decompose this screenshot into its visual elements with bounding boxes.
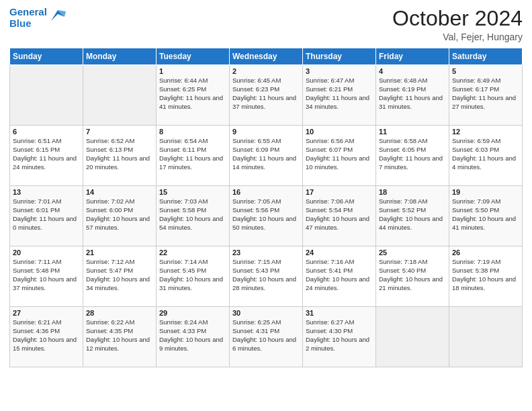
cell-sun-info: Sunrise: 7:09 AMSunset: 5:50 PMDaylight:… <box>452 197 519 232</box>
day-number: 24 <box>306 248 373 257</box>
cell-sun-info: Sunrise: 6:25 AMSunset: 4:31 PMDaylight:… <box>232 318 300 353</box>
day-number: 4 <box>379 67 446 75</box>
calendar-cell: 20Sunrise: 7:11 AMSunset: 5:48 PMDayligh… <box>10 246 83 307</box>
cell-sun-info: Sunrise: 6:22 AMSunset: 4:35 PMDaylight:… <box>86 318 153 353</box>
day-number: 13 <box>13 188 80 196</box>
day-number: 3 <box>306 67 373 75</box>
cell-sun-info: Sunrise: 6:51 AMSunset: 6:15 PMDaylight:… <box>13 137 80 171</box>
cell-sun-info: Sunrise: 6:44 AMSunset: 6:25 PMDaylight:… <box>159 77 226 111</box>
cell-sun-info: Sunrise: 6:56 AMSunset: 6:07 PMDaylight:… <box>306 137 373 171</box>
cell-sun-info: Sunrise: 7:19 AMSunset: 5:38 PMDaylight:… <box>452 258 519 292</box>
calendar-week-row: 1Sunrise: 6:44 AMSunset: 6:25 PMDaylight… <box>10 65 523 126</box>
cell-sun-info: Sunrise: 7:01 AMSunset: 6:01 PMDaylight:… <box>13 197 80 232</box>
month-title: October 2024 <box>392 7 523 30</box>
logo-text: General <box>9 7 47 18</box>
calendar-cell: 2Sunrise: 6:45 AMSunset: 6:23 PMDaylight… <box>230 65 303 126</box>
column-header-friday: Friday <box>376 48 449 65</box>
calendar-cell <box>83 65 157 126</box>
day-number: 6 <box>13 128 80 136</box>
day-number: 2 <box>232 67 300 75</box>
calendar-cell: 10Sunrise: 6:56 AMSunset: 6:07 PMDayligh… <box>303 126 376 186</box>
day-number: 27 <box>13 309 80 317</box>
cell-sun-info: Sunrise: 6:54 AMSunset: 6:11 PMDaylight:… <box>159 137 226 171</box>
cell-sun-info: Sunrise: 6:48 AMSunset: 6:19 PMDaylight:… <box>379 77 446 111</box>
day-number: 22 <box>159 248 226 257</box>
day-number: 23 <box>232 248 300 257</box>
cell-sun-info: Sunrise: 7:11 AMSunset: 5:48 PMDaylight:… <box>13 258 80 292</box>
logo-subtext: Blue <box>9 18 47 30</box>
day-number: 26 <box>452 248 519 257</box>
cell-sun-info: Sunrise: 6:47 AMSunset: 6:21 PMDaylight:… <box>306 77 373 111</box>
cell-sun-info: Sunrise: 6:58 AMSunset: 6:05 PMDaylight:… <box>379 137 446 171</box>
column-header-wednesday: Wednesday <box>230 48 303 65</box>
cell-sun-info: Sunrise: 6:55 AMSunset: 6:09 PMDaylight:… <box>232 137 300 171</box>
calendar-header-row: SundayMondayTuesdayWednesdayThursdayFrid… <box>10 48 523 65</box>
day-number: 17 <box>306 188 373 196</box>
calendar-cell: 5Sunrise: 6:49 AMSunset: 6:17 PMDaylight… <box>449 65 523 126</box>
calendar-cell: 8Sunrise: 6:54 AMSunset: 6:11 PMDaylight… <box>157 126 230 186</box>
day-number: 14 <box>86 188 153 196</box>
calendar-week-row: 6Sunrise: 6:51 AMSunset: 6:15 PMDaylight… <box>10 126 523 186</box>
day-number: 11 <box>379 128 446 136</box>
calendar-cell: 11Sunrise: 6:58 AMSunset: 6:05 PMDayligh… <box>376 126 449 186</box>
calendar-cell: 27Sunrise: 6:21 AMSunset: 4:36 PMDayligh… <box>10 307 83 367</box>
calendar-cell: 19Sunrise: 7:09 AMSunset: 5:50 PMDayligh… <box>449 186 523 246</box>
calendar-cell: 12Sunrise: 6:59 AMSunset: 6:03 PMDayligh… <box>449 126 523 186</box>
calendar-cell: 25Sunrise: 7:18 AMSunset: 5:40 PMDayligh… <box>376 246 449 307</box>
cell-sun-info: Sunrise: 7:08 AMSunset: 5:52 PMDaylight:… <box>379 197 446 232</box>
day-number: 18 <box>379 188 446 196</box>
calendar-cell: 9Sunrise: 6:55 AMSunset: 6:09 PMDaylight… <box>230 126 303 186</box>
location-text: Val, Fejer, Hungary <box>392 32 523 42</box>
column-header-monday: Monday <box>83 48 157 65</box>
day-number: 9 <box>232 128 300 136</box>
cell-sun-info: Sunrise: 6:59 AMSunset: 6:03 PMDaylight:… <box>452 137 519 171</box>
calendar-cell: 29Sunrise: 6:24 AMSunset: 4:33 PMDayligh… <box>157 307 230 367</box>
calendar-cell <box>376 307 449 367</box>
day-number: 20 <box>13 248 80 257</box>
cell-sun-info: Sunrise: 7:14 AMSunset: 5:45 PMDaylight:… <box>159 258 226 292</box>
day-number: 1 <box>159 67 226 75</box>
day-number: 19 <box>452 188 519 196</box>
cell-sun-info: Sunrise: 7:02 AMSunset: 6:00 PMDaylight:… <box>86 197 153 232</box>
day-number: 30 <box>232 309 300 317</box>
calendar-cell: 18Sunrise: 7:08 AMSunset: 5:52 PMDayligh… <box>376 186 449 246</box>
calendar-cell: 6Sunrise: 6:51 AMSunset: 6:15 PMDaylight… <box>10 126 83 186</box>
calendar-week-row: 27Sunrise: 6:21 AMSunset: 4:36 PMDayligh… <box>10 307 523 367</box>
calendar-cell: 15Sunrise: 7:03 AMSunset: 5:58 PMDayligh… <box>157 186 230 246</box>
day-number: 8 <box>159 128 226 136</box>
calendar-cell: 4Sunrise: 6:48 AMSunset: 6:19 PMDaylight… <box>376 65 449 126</box>
calendar-cell <box>449 307 523 367</box>
day-number: 7 <box>86 128 153 136</box>
cell-sun-info: Sunrise: 7:16 AMSunset: 5:41 PMDaylight:… <box>306 258 373 292</box>
cell-sun-info: Sunrise: 7:18 AMSunset: 5:40 PMDaylight:… <box>379 258 446 292</box>
calendar-page: General Blue October 2024 Val, Fejer, H <box>0 0 532 411</box>
column-header-saturday: Saturday <box>449 48 523 65</box>
calendar-week-row: 20Sunrise: 7:11 AMSunset: 5:48 PMDayligh… <box>10 246 523 307</box>
calendar-cell: 7Sunrise: 6:52 AMSunset: 6:13 PMDaylight… <box>83 126 157 186</box>
calendar-cell: 17Sunrise: 7:06 AMSunset: 5:54 PMDayligh… <box>303 186 376 246</box>
cell-sun-info: Sunrise: 7:15 AMSunset: 5:43 PMDaylight:… <box>232 258 300 292</box>
day-number: 21 <box>86 248 153 257</box>
column-header-sunday: Sunday <box>10 48 83 65</box>
calendar-cell: 24Sunrise: 7:16 AMSunset: 5:41 PMDayligh… <box>303 246 376 307</box>
day-number: 16 <box>232 188 300 196</box>
calendar-cell: 13Sunrise: 7:01 AMSunset: 6:01 PMDayligh… <box>10 186 83 246</box>
day-number: 5 <box>452 67 519 75</box>
calendar-cell <box>10 65 83 126</box>
day-number: 15 <box>159 188 226 196</box>
cell-sun-info: Sunrise: 6:27 AMSunset: 4:30 PMDaylight:… <box>306 318 373 353</box>
day-number: 31 <box>306 309 373 317</box>
cell-sun-info: Sunrise: 6:49 AMSunset: 6:17 PMDaylight:… <box>452 77 519 111</box>
cell-sun-info: Sunrise: 6:24 AMSunset: 4:33 PMDaylight:… <box>159 318 226 353</box>
calendar-cell: 26Sunrise: 7:19 AMSunset: 5:38 PMDayligh… <box>449 246 523 307</box>
cell-sun-info: Sunrise: 6:21 AMSunset: 4:36 PMDaylight:… <box>13 318 80 353</box>
day-number: 28 <box>86 309 153 317</box>
calendar-cell: 22Sunrise: 7:14 AMSunset: 5:45 PMDayligh… <box>157 246 230 307</box>
calendar-week-row: 13Sunrise: 7:01 AMSunset: 6:01 PMDayligh… <box>10 186 523 246</box>
calendar-cell: 3Sunrise: 6:47 AMSunset: 6:21 PMDaylight… <box>303 65 376 126</box>
logo-icon <box>48 7 66 26</box>
calendar-cell: 30Sunrise: 6:25 AMSunset: 4:31 PMDayligh… <box>230 307 303 367</box>
day-number: 10 <box>306 128 373 136</box>
title-block: October 2024 Val, Fejer, Hungary <box>392 7 523 42</box>
calendar-cell: 23Sunrise: 7:15 AMSunset: 5:43 PMDayligh… <box>230 246 303 307</box>
